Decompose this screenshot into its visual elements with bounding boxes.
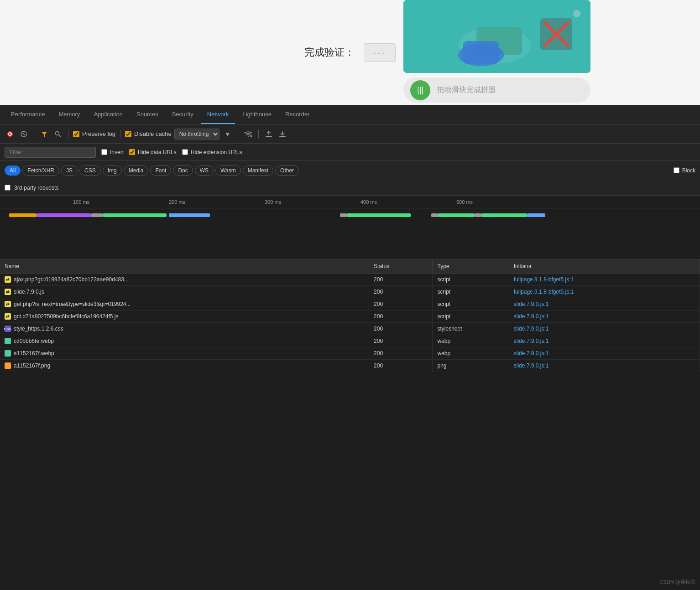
search-button[interactable]: [52, 129, 63, 140]
captcha-image: [403, 0, 590, 73]
resource-icon-img: [5, 338, 11, 344]
bar-gray-1: [91, 213, 103, 217]
table-row[interactable]: ⇄ ajax.php?gt=019924a82c70bb123aae90d483…: [0, 274, 700, 286]
cell-type: stylesheet: [433, 323, 509, 335]
third-party-label: 3rd-party requests: [14, 185, 58, 191]
devtools-panel: Performance Memory Application Sources S…: [0, 105, 700, 372]
cell-name: a1152167f.png: [0, 360, 369, 372]
type-btn-css[interactable]: CSS: [79, 166, 101, 176]
throttle-dropdown-icon[interactable]: ▼: [222, 129, 233, 140]
filter-input[interactable]: [5, 147, 96, 158]
throttle-select[interactable]: No throttling: [174, 129, 219, 140]
captcha-image-inner: [403, 0, 590, 73]
tab-sources[interactable]: Sources: [130, 105, 165, 124]
svg-rect-7: [463, 41, 499, 64]
type-btn-all[interactable]: All: [5, 166, 21, 176]
cell-initiator: slide.7.9.0.js:1: [509, 335, 700, 347]
block-label: Block: [682, 167, 695, 174]
bar-blue-2: [527, 213, 545, 217]
bar-blue-1: [169, 213, 210, 217]
hide-extension-checkbox[interactable]: [182, 149, 188, 155]
cell-initiator: slide.7.9.0.js:1: [509, 311, 700, 323]
cell-type: script: [433, 286, 509, 298]
resource-icon-js: ⇄: [5, 289, 11, 295]
type-btn-img[interactable]: Img: [103, 166, 122, 176]
table-row[interactable]: ⇄ gct.b71a9027509bc6bcfef9fc6a196424f5.j…: [0, 311, 700, 323]
search-icon: [55, 131, 61, 137]
cell-status: 200: [369, 274, 433, 286]
timeline: 100 ms 200 ms 300 ms 400 ms 500 ms: [0, 196, 700, 259]
bar-green-2: [347, 213, 411, 217]
table-row[interactable]: CSS style_https.1.2.6.css 200 stylesheet…: [0, 323, 700, 335]
ruler-300ms: 300 ms: [265, 199, 281, 205]
cell-type: script: [433, 311, 509, 323]
col-header-name[interactable]: Name: [0, 259, 369, 274]
table-row[interactable]: a1152167f.webp 200 webp slide.7.9.0.js:1: [0, 347, 700, 360]
ruler-400ms: 400 ms: [360, 199, 377, 205]
resource-icon-js: ⇄: [5, 301, 11, 307]
tab-application[interactable]: Application: [87, 105, 129, 124]
bar-green-3: [438, 213, 475, 217]
import-button[interactable]: [277, 129, 288, 140]
cell-initiator: slide.7.9.0.js:1: [509, 298, 700, 311]
col-header-status[interactable]: Status: [369, 259, 433, 274]
captcha-container: 完成验证： ···: [304, 43, 396, 62]
ruler-100ms: 100 ms: [73, 199, 89, 205]
third-party-bar: 3rd-party requests: [0, 180, 700, 196]
bar-gray-3: [431, 213, 438, 217]
network-table: Name Status Type Initiator ⇄ ajax.php?gt…: [0, 259, 700, 372]
clear-button[interactable]: [18, 129, 29, 140]
filter-icon: [41, 131, 47, 137]
filter-button[interactable]: [39, 129, 50, 140]
export-button[interactable]: [263, 129, 274, 140]
type-btn-doc[interactable]: Doc: [173, 166, 193, 176]
col-header-type[interactable]: Type: [433, 259, 509, 274]
tab-network[interactable]: Network: [201, 105, 235, 124]
table-row[interactable]: cd0bbb6fe.webp 200 webp slide.7.9.0.js:1: [0, 335, 700, 347]
disable-cache-checkbox[interactable]: [125, 131, 131, 137]
invert-checkbox[interactable]: [101, 149, 107, 155]
cell-status: 200: [369, 360, 433, 372]
third-party-checkbox[interactable]: [5, 185, 10, 191]
preserve-log-checkbox[interactable]: [73, 131, 79, 137]
captcha-label: 完成验证：: [304, 46, 355, 59]
cell-initiator: slide.7.9.0.js:1: [509, 347, 700, 360]
table-row[interactable]: ⇄ slide.7.9.0.js 200 script fullpage.9.1…: [0, 286, 700, 298]
cell-initiator: slide.7.9.0.js:1: [509, 323, 700, 335]
cell-status: 200: [369, 311, 433, 323]
cell-type: webp: [433, 347, 509, 360]
toolbar-separator-5: [258, 129, 259, 139]
slider-area[interactable]: ||| 拖动滑块完成拼图: [403, 78, 590, 103]
type-btn-font[interactable]: Font: [150, 166, 171, 176]
download-icon: [279, 130, 286, 138]
type-btn-ws[interactable]: WS: [195, 166, 214, 176]
tab-recorder[interactable]: Recorder: [279, 105, 316, 124]
webpage-content: 完成验证： ···: [0, 0, 700, 105]
type-btn-other[interactable]: Other: [275, 166, 299, 176]
resource-icon-png: [5, 362, 11, 369]
bar-green-4: [481, 213, 527, 217]
col-header-initiator[interactable]: Initiator: [509, 259, 700, 274]
tab-lighthouse[interactable]: Lighthouse: [236, 105, 278, 124]
wifi-icon[interactable]: [243, 129, 254, 140]
cell-status: 200: [369, 347, 433, 360]
tab-security[interactable]: Security: [166, 105, 200, 124]
table-row[interactable]: a1152167f.png 200 png slide.7.9.0.js:1: [0, 360, 700, 372]
resource-icon-js: ⇄: [5, 276, 11, 283]
record-button[interactable]: [5, 129, 16, 140]
type-btn-fetchxhr[interactable]: Fetch/XHR: [22, 166, 59, 176]
type-btn-manifest[interactable]: Manifest: [243, 166, 273, 176]
svg-rect-20: [279, 136, 286, 137]
block-checkbox[interactable]: [674, 167, 679, 173]
tab-performance[interactable]: Performance: [5, 105, 51, 124]
table-row[interactable]: ⇄ get.php?is_next=true&type=slide3&gt=01…: [0, 298, 700, 311]
hide-extension-group: Hide extension URLs: [182, 149, 242, 155]
type-btn-media[interactable]: Media: [124, 166, 149, 176]
cell-initiator: fullpage.9.1.8-bfget5.js:1: [509, 274, 700, 286]
type-btn-wasm[interactable]: Wasm: [215, 166, 241, 176]
hide-data-urls-checkbox[interactable]: [129, 149, 135, 155]
captcha-dots-box[interactable]: ···: [364, 43, 396, 62]
type-btn-js[interactable]: JS: [61, 166, 78, 176]
record-icon: [7, 131, 13, 137]
tab-memory[interactable]: Memory: [52, 105, 86, 124]
